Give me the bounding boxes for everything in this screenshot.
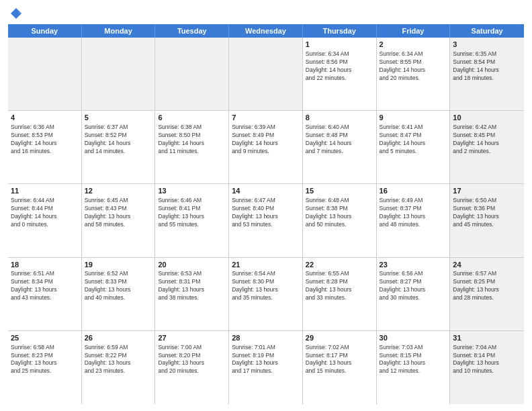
day-cell-8: 8Sunrise: 6:40 AMSunset: 8:48 PMDaylight… [303,111,377,183]
day-content: Sunrise: 6:39 AMSunset: 8:49 PMDaylight:… [232,124,300,156]
day-number: 13 [158,186,226,196]
day-cell-30: 30Sunrise: 7:03 AMSunset: 8:15 PMDayligh… [377,331,451,404]
day-cell-19: 19Sunrise: 6:52 AMSunset: 8:33 PMDayligh… [82,258,156,330]
day-number: 24 [453,260,521,270]
header-day-thursday: Thursday [303,24,377,38]
day-cell-1: 1Sunrise: 6:34 AMSunset: 8:56 PMDaylight… [303,38,377,110]
day-number: 27 [158,333,226,343]
day-cell-28: 28Sunrise: 7:01 AMSunset: 8:19 PMDayligh… [229,331,303,404]
day-cell-16: 16Sunrise: 6:49 AMSunset: 8:37 PMDayligh… [377,184,451,257]
logo-icon [9,7,23,20]
week-row-3: 11Sunrise: 6:44 AMSunset: 8:44 PMDayligh… [8,184,524,257]
day-cell-13: 13Sunrise: 6:46 AMSunset: 8:41 PMDayligh… [155,184,229,257]
day-number: 31 [453,333,521,343]
day-number: 18 [11,260,79,270]
day-number: 8 [306,113,373,123]
day-content: Sunrise: 6:40 AMSunset: 8:48 PMDaylight:… [306,124,373,156]
day-number: 6 [158,113,226,123]
day-number: 11 [11,186,79,196]
day-content: Sunrise: 7:02 AMSunset: 8:17 PMDaylight:… [306,344,373,376]
day-cell-7: 7Sunrise: 6:39 AMSunset: 8:49 PMDaylight… [229,111,303,183]
day-content: Sunrise: 6:51 AMSunset: 8:34 PMDaylight:… [11,270,79,302]
calendar-body: 1Sunrise: 6:34 AMSunset: 8:56 PMDaylight… [8,38,524,404]
day-number: 16 [380,186,447,196]
week-row-1: 1Sunrise: 6:34 AMSunset: 8:56 PMDaylight… [8,38,524,111]
day-content: Sunrise: 6:48 AMSunset: 8:38 PMDaylight:… [306,197,373,229]
day-cell-22: 22Sunrise: 6:55 AMSunset: 8:28 PMDayligh… [303,258,377,330]
empty-cell [8,38,82,110]
day-number: 30 [380,333,447,343]
day-content: Sunrise: 6:41 AMSunset: 8:47 PMDaylight:… [380,124,447,156]
day-cell-2: 2Sunrise: 6:34 AMSunset: 8:55 PMDaylight… [377,38,451,110]
day-content: Sunrise: 6:44 AMSunset: 8:44 PMDaylight:… [11,197,79,229]
day-cell-17: 17Sunrise: 6:50 AMSunset: 8:36 PMDayligh… [450,184,524,257]
empty-cell [155,38,229,110]
day-content: Sunrise: 6:57 AMSunset: 8:25 PMDaylight:… [453,270,521,302]
week-row-5: 25Sunrise: 6:58 AMSunset: 8:23 PMDayligh… [8,331,524,404]
calendar: SundayMondayTuesdayWednesdayThursdayFrid… [8,24,524,404]
day-cell-3: 3Sunrise: 6:35 AMSunset: 8:54 PMDaylight… [450,38,524,110]
day-cell-20: 20Sunrise: 6:53 AMSunset: 8:31 PMDayligh… [155,258,229,330]
day-cell-27: 27Sunrise: 7:00 AMSunset: 8:20 PMDayligh… [155,331,229,404]
day-cell-25: 25Sunrise: 6:58 AMSunset: 8:23 PMDayligh… [8,331,82,404]
day-number: 17 [453,186,521,196]
header-day-wednesday: Wednesday [229,24,303,38]
day-cell-15: 15Sunrise: 6:48 AMSunset: 8:38 PMDayligh… [303,184,377,257]
day-cell-24: 24Sunrise: 6:57 AMSunset: 8:25 PMDayligh… [450,258,524,330]
calendar-header: SundayMondayTuesdayWednesdayThursdayFrid… [8,24,524,38]
day-number: 9 [380,113,447,123]
day-number: 5 [85,113,152,123]
day-content: Sunrise: 6:55 AMSunset: 8:28 PMDaylight:… [306,270,373,302]
day-number: 10 [453,113,521,123]
day-cell-14: 14Sunrise: 6:47 AMSunset: 8:40 PMDayligh… [229,184,303,257]
day-cell-31: 31Sunrise: 7:04 AMSunset: 8:14 PMDayligh… [450,331,524,404]
header-day-sunday: Sunday [8,24,82,38]
day-number: 1 [306,40,373,50]
day-content: Sunrise: 6:49 AMSunset: 8:37 PMDaylight:… [380,197,447,229]
day-number: 23 [380,260,447,270]
day-number: 26 [85,333,152,343]
empty-cell [82,38,156,110]
header-day-monday: Monday [82,24,156,38]
day-cell-9: 9Sunrise: 6:41 AMSunset: 8:47 PMDaylight… [377,111,451,183]
day-content: Sunrise: 7:04 AMSunset: 8:14 PMDaylight:… [453,344,521,376]
day-content: Sunrise: 6:58 AMSunset: 8:23 PMDaylight:… [11,344,79,376]
day-content: Sunrise: 6:37 AMSunset: 8:52 PMDaylight:… [85,124,152,156]
day-content: Sunrise: 7:01 AMSunset: 8:19 PMDaylight:… [232,344,300,376]
day-content: Sunrise: 7:03 AMSunset: 8:15 PMDaylight:… [380,344,447,376]
day-cell-4: 4Sunrise: 6:36 AMSunset: 8:53 PMDaylight… [8,111,82,183]
day-cell-26: 26Sunrise: 6:59 AMSunset: 8:22 PMDayligh… [82,331,156,404]
day-content: Sunrise: 6:36 AMSunset: 8:53 PMDaylight:… [11,124,79,156]
day-content: Sunrise: 6:47 AMSunset: 8:40 PMDaylight:… [232,197,300,229]
day-number: 28 [232,333,300,343]
day-number: 3 [453,40,521,50]
day-number: 15 [306,186,373,196]
day-content: Sunrise: 6:56 AMSunset: 8:27 PMDaylight:… [380,270,447,302]
header-day-saturday: Saturday [450,24,524,38]
logo [8,7,23,20]
day-cell-5: 5Sunrise: 6:37 AMSunset: 8:52 PMDaylight… [82,111,156,183]
day-content: Sunrise: 6:34 AMSunset: 8:56 PMDaylight:… [306,50,373,83]
day-number: 29 [306,333,373,343]
day-number: 12 [85,186,152,196]
day-cell-29: 29Sunrise: 7:02 AMSunset: 8:17 PMDayligh… [303,331,377,404]
day-content: Sunrise: 6:46 AMSunset: 8:41 PMDaylight:… [158,197,226,229]
day-number: 20 [158,260,226,270]
week-row-2: 4Sunrise: 6:36 AMSunset: 8:53 PMDaylight… [8,111,524,184]
header-day-tuesday: Tuesday [155,24,229,38]
day-cell-18: 18Sunrise: 6:51 AMSunset: 8:34 PMDayligh… [8,258,82,330]
day-number: 14 [232,186,300,196]
day-number: 21 [232,260,300,270]
day-content: Sunrise: 6:59 AMSunset: 8:22 PMDaylight:… [85,344,152,376]
header-day-friday: Friday [377,24,451,38]
day-number: 7 [232,113,300,123]
day-cell-11: 11Sunrise: 6:44 AMSunset: 8:44 PMDayligh… [8,184,82,257]
empty-cell [229,38,303,110]
day-number: 25 [11,333,79,343]
day-content: Sunrise: 6:50 AMSunset: 8:36 PMDaylight:… [453,197,521,229]
day-number: 22 [306,260,373,270]
week-row-4: 18Sunrise: 6:51 AMSunset: 8:34 PMDayligh… [8,258,524,331]
header [8,7,524,20]
day-cell-21: 21Sunrise: 6:54 AMSunset: 8:30 PMDayligh… [229,258,303,330]
day-cell-12: 12Sunrise: 6:45 AMSunset: 8:43 PMDayligh… [82,184,156,257]
